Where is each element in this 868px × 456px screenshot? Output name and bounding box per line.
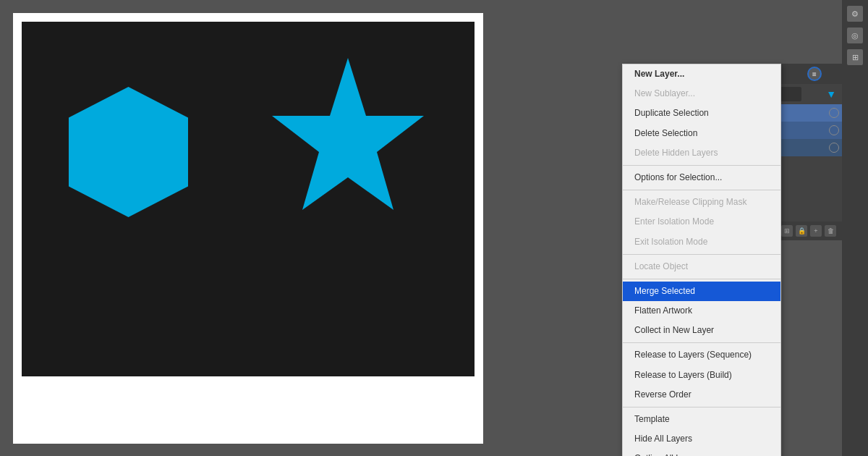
menu-separator-5 bbox=[623, 342, 780, 343]
menu-separator-1 bbox=[623, 165, 780, 166]
layer-target-circle[interactable] bbox=[829, 143, 839, 153]
right-panel: ⚙ ◎ ⊞ Layers Asset Export Artboards ▼ 👁 … bbox=[622, 0, 868, 456]
context-menu: New Layer... New Sublayer... Duplicate S… bbox=[622, 64, 781, 456]
toolbar-icons-panel: ⚙ ◎ ⊞ bbox=[842, 0, 868, 456]
menu-separator-3 bbox=[623, 254, 780, 255]
menu-item-duplicate-selection[interactable]: Duplicate Selection bbox=[623, 104, 780, 123]
menu-item-flatten-artwork[interactable]: Flatten Artwork bbox=[623, 301, 780, 321]
menu-item-release-to-layers-sequence[interactable]: Release to Layers (Sequence) bbox=[623, 345, 780, 365]
panel-menu-button[interactable] bbox=[807, 67, 822, 81]
svg-marker-0 bbox=[69, 87, 188, 217]
toolbar-icon-3[interactable]: ⊞ bbox=[847, 49, 863, 65]
menu-item-merge-selected[interactable]: Merge Selected bbox=[623, 282, 780, 301]
footer-icon-grid[interactable]: ⊞ bbox=[781, 225, 793, 237]
canvas-container bbox=[13, 13, 483, 444]
footer-icon-delete[interactable]: 🗑 bbox=[825, 225, 836, 237]
menu-item-new-layer[interactable]: New Layer... bbox=[623, 64, 780, 84]
main-canvas-area bbox=[0, 0, 622, 456]
menu-item-release-to-layers-build[interactable]: Release to Layers (Build) bbox=[623, 366, 780, 385]
menu-item-reverse-order[interactable]: Reverse Order bbox=[623, 385, 780, 405]
menu-item-delete-selection[interactable]: Delete Selection bbox=[623, 124, 780, 143]
layer-target-circle[interactable] bbox=[829, 125, 839, 135]
menu-item-make-release-clipping-mask: Make/Release Clipping Mask bbox=[623, 193, 780, 212]
menu-item-hide-all-layers[interactable]: Hide All Layers bbox=[623, 429, 780, 449]
menu-item-exit-isolation-mode: Exit Isolation Mode bbox=[623, 232, 780, 252]
menu-item-options-for-selection[interactable]: Options for Selection... bbox=[623, 168, 780, 187]
footer-icon-add[interactable]: + bbox=[810, 225, 822, 237]
svg-marker-1 bbox=[272, 58, 424, 210]
menu-separator-6 bbox=[623, 407, 780, 408]
menu-separator-4 bbox=[623, 279, 780, 279]
artwork-canvas bbox=[22, 22, 475, 376]
filter-icon[interactable]: ▼ bbox=[826, 88, 836, 100]
menu-item-outline-all-layers[interactable]: Outline All Layers bbox=[623, 449, 780, 456]
toolbar-icon-2[interactable]: ◎ bbox=[847, 28, 863, 43]
footer-icon-lock[interactable]: 🔒 bbox=[796, 225, 807, 237]
menu-item-template[interactable]: Template bbox=[623, 410, 780, 429]
hexagon-shape bbox=[61, 80, 195, 224]
menu-item-collect-in-new-layer[interactable]: Collect in New Layer bbox=[623, 321, 780, 340]
menu-item-new-sublayer: New Sublayer... bbox=[623, 84, 780, 104]
layer-target-circle[interactable] bbox=[829, 108, 839, 118]
menu-separator-2 bbox=[623, 190, 780, 190]
menu-item-enter-isolation-mode: Enter Isolation Mode bbox=[623, 212, 780, 232]
menu-item-locate-object: Locate Object bbox=[623, 257, 780, 276]
toolbar-icon-1[interactable]: ⚙ bbox=[847, 6, 863, 22]
star-shape bbox=[265, 51, 431, 239]
menu-item-delete-hidden-layers: Delete Hidden Layers bbox=[623, 143, 780, 163]
